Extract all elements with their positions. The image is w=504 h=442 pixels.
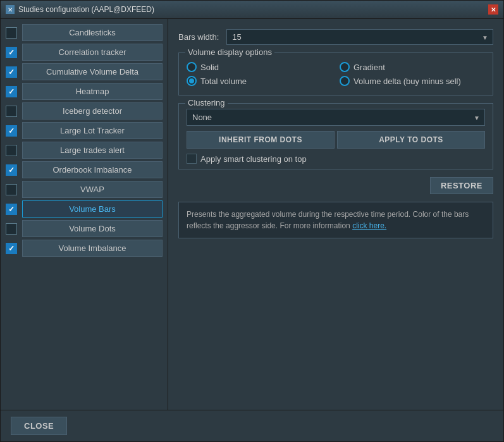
title-bar: ✕ Studies configuration (AAPL@DXFEED) ✕	[1, 1, 503, 19]
study-item-large-lot-tracker: Large Lot Tracker	[6, 122, 163, 139]
checkbox-vwap[interactable]	[6, 184, 17, 195]
study-btn-cumulative-volume-delta[interactable]: Cumulative Volume Delta	[22, 63, 163, 80]
total-volume-radio-circle	[187, 76, 197, 86]
right-panel: Bars width: 51015202530 Volume display o…	[168, 19, 503, 410]
checkbox-candlesticks[interactable]	[6, 27, 17, 39]
bars-width-label: Bars width:	[178, 32, 219, 42]
study-item-orderbook-imbalance: Orderbook Imbalance	[6, 161, 163, 178]
close-button[interactable]: CLOSE	[11, 417, 67, 435]
total-volume-radio-item[interactable]: Total volume	[187, 76, 332, 86]
gradient-label: Gradient	[353, 63, 385, 72]
volume-options-group: Volume display options Solid Gradient To…	[178, 52, 493, 95]
checkbox-heatmap[interactable]	[6, 86, 17, 97]
solid-radio-circle	[187, 62, 197, 72]
study-btn-iceberg-detector[interactable]: Iceberg detector	[22, 102, 163, 120]
checkbox-correlation-tracker[interactable]	[6, 47, 17, 58]
gradient-radio-circle	[340, 62, 350, 72]
study-item-cumulative-volume-delta: Cumulative Volume Delta	[6, 63, 163, 80]
checkbox-cumulative-volume-delta[interactable]	[6, 66, 17, 78]
checkbox-orderbook-imbalance[interactable]	[6, 164, 17, 176]
main-content: CandlesticksCorrelation trackerCumulativ…	[1, 19, 503, 410]
study-btn-volume-dots[interactable]: Volume Dots	[22, 220, 163, 237]
smart-clustering-checkbox[interactable]	[187, 154, 197, 164]
study-item-candlesticks: Candlesticks	[6, 24, 163, 41]
window-close-button[interactable]: ✕	[488, 4, 498, 15]
study-btn-large-lot-tracker[interactable]: Large Lot Tracker	[22, 122, 163, 139]
inherit-from-dots-button[interactable]: INHERIT FROM DOTS	[187, 131, 335, 149]
study-btn-heatmap[interactable]: Heatmap	[22, 83, 163, 100]
clustering-select-wrapper: NoneFixedAuto	[187, 109, 485, 126]
study-item-heatmap: Heatmap	[6, 83, 163, 100]
study-item-vwap: VWAP	[6, 181, 163, 198]
checkbox-volume-dots[interactable]	[6, 223, 17, 235]
study-item-volume-imbalance: Volume Imbalance	[6, 240, 163, 257]
studies-configuration-window: ✕ Studies configuration (AAPL@DXFEED) ✕ …	[0, 0, 504, 442]
checkbox-volume-imbalance[interactable]	[6, 243, 17, 254]
description-link[interactable]: click here.	[352, 221, 386, 230]
study-btn-candlesticks[interactable]: Candlesticks	[22, 24, 163, 41]
study-btn-vwap[interactable]: VWAP	[22, 181, 163, 198]
study-btn-large-trades-alert[interactable]: Large trades alert	[22, 142, 163, 159]
study-btn-orderbook-imbalance[interactable]: Orderbook Imbalance	[22, 161, 163, 178]
bars-width-section: Bars width: 51015202530	[178, 29, 493, 45]
restore-row: RESTORE	[178, 177, 493, 194]
gradient-radio-item[interactable]: Gradient	[340, 62, 485, 72]
checkbox-large-trades-alert[interactable]	[6, 145, 17, 156]
clustering-group: Clustering NoneFixedAuto INHERIT FROM DO…	[178, 103, 493, 169]
bars-width-select[interactable]: 51015202530	[226, 29, 493, 45]
study-item-volume-dots: Volume Dots	[6, 220, 163, 237]
total-volume-label: Total volume	[200, 77, 247, 86]
solid-label: Solid	[200, 63, 219, 72]
checkbox-large-lot-tracker[interactable]	[6, 125, 17, 137]
apply-to-dots-button[interactable]: APPLY TO DOTS	[337, 131, 485, 149]
title-bar-left: ✕ Studies configuration (AAPL@DXFEED)	[6, 5, 154, 14]
description-text: Presents the aggregated volume during th…	[187, 210, 469, 230]
study-btn-correlation-tracker[interactable]: Correlation tracker	[22, 44, 163, 61]
window-title: Studies configuration (AAPL@DXFEED)	[18, 5, 154, 14]
left-panel: CandlesticksCorrelation trackerCumulativ…	[1, 19, 168, 410]
window-icon: ✕	[6, 5, 15, 14]
restore-button[interactable]: RESTORE	[430, 177, 493, 194]
volume-delta-radio-circle	[340, 76, 350, 86]
study-btn-volume-bars[interactable]: Volume Bars	[22, 200, 163, 218]
study-item-large-trades-alert: Large trades alert	[6, 142, 163, 159]
volume-options-label: Volume display options	[185, 47, 274, 57]
study-item-iceberg-detector: Iceberg detector	[6, 102, 163, 120]
checkbox-iceberg-detector[interactable]	[6, 106, 17, 117]
study-btn-volume-imbalance[interactable]: Volume Imbalance	[22, 240, 163, 257]
solid-radio-item[interactable]: Solid	[187, 62, 332, 72]
bars-width-select-wrapper: 51015202530	[226, 29, 493, 45]
clustering-label: Clustering	[185, 98, 228, 107]
study-item-correlation-tracker: Correlation tracker	[6, 44, 163, 61]
volume-delta-label: Volume delta (buy minus sell)	[353, 77, 461, 86]
clustering-select[interactable]: NoneFixedAuto	[187, 109, 485, 126]
description-box: Presents the aggregated volume during th…	[178, 202, 493, 238]
smart-clustering-label: Apply smart clustering on top	[200, 154, 307, 164]
volume-type-row: Solid Gradient	[187, 62, 485, 72]
smart-clustering-row: Apply smart clustering on top	[187, 154, 485, 164]
bottom-bar: CLOSE	[1, 410, 503, 441]
volume-delta-radio-item[interactable]: Volume delta (buy minus sell)	[340, 76, 485, 86]
checkbox-volume-bars[interactable]	[6, 204, 17, 215]
volume-aggregation-row: Total volume Volume delta (buy minus sel…	[187, 76, 485, 86]
study-item-volume-bars: Volume Bars	[6, 200, 163, 218]
dots-buttons: INHERIT FROM DOTS APPLY TO DOTS	[187, 131, 485, 149]
